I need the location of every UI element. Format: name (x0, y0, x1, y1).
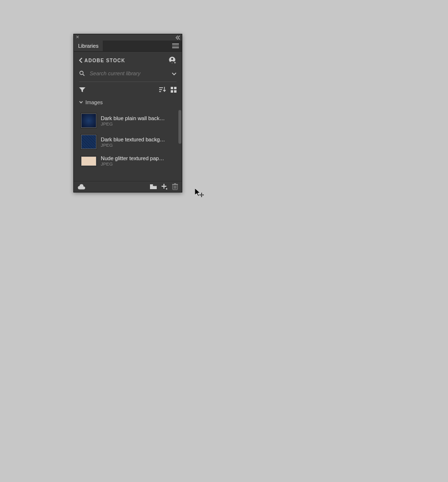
search-row (79, 69, 176, 82)
asset-text: Dark blue plain wall back… JPEG (101, 115, 165, 126)
mouse-cursor (195, 188, 204, 198)
asset-item[interactable]: Nude glitter textured pap… JPEG (74, 152, 182, 169)
trash-icon[interactable] (172, 183, 178, 190)
filter-icon[interactable] (79, 87, 85, 93)
section-header-images[interactable]: Images (74, 97, 182, 107)
asset-thumbnail (81, 156, 97, 166)
svg-rect-10 (171, 90, 173, 93)
svg-rect-11 (174, 90, 176, 93)
svg-point-1 (171, 58, 173, 60)
svg-rect-5 (159, 87, 163, 88)
svg-rect-7 (159, 91, 161, 92)
breadcrumb[interactable]: ADOBE STOCK (79, 58, 125, 63)
panel-menu-icon[interactable] (172, 43, 179, 48)
asset-text: Dark blue textured backg… JPEG (101, 137, 165, 148)
svg-point-13 (166, 188, 167, 190)
collapse-icon[interactable] (175, 35, 180, 40)
new-group-icon[interactable] (150, 184, 157, 190)
svg-rect-9 (174, 87, 176, 89)
close-icon[interactable]: ✕ (76, 35, 80, 40)
search-input[interactable] (89, 70, 168, 77)
search-icon[interactable] (79, 70, 85, 76)
chevron-down-icon (79, 101, 83, 104)
asset-format: JPEG (101, 142, 165, 148)
svg-rect-6 (159, 89, 162, 90)
sort-icon[interactable] (159, 87, 166, 93)
svg-rect-15 (172, 184, 178, 185)
scrollbar-thumb[interactable] (178, 110, 181, 144)
breadcrumb-row: ADOBE STOCK (79, 56, 176, 64)
panel-footer (74, 181, 182, 192)
asset-title: Dark blue textured backg… (101, 137, 165, 142)
breadcrumb-label: ADOBE STOCK (84, 58, 125, 63)
grid-view-icon[interactable] (171, 87, 176, 93)
cloud-sync-icon[interactable] (78, 184, 85, 190)
invite-user-icon[interactable] (169, 56, 176, 64)
asset-text: Nude glitter textured pap… JPEG (101, 155, 164, 166)
svg-rect-12 (150, 184, 153, 185)
section-header-label: Images (85, 99, 103, 105)
svg-point-3 (80, 71, 83, 75)
asset-thumbnail (81, 134, 97, 150)
asset-title: Nude glitter textured pap… (101, 155, 164, 161)
chevron-left-icon (79, 58, 82, 63)
asset-item[interactable]: Dark blue plain wall back… JPEG (74, 110, 182, 131)
tab-libraries[interactable]: Libraries (74, 41, 103, 51)
svg-line-4 (83, 74, 84, 76)
libraries-panel: ✕ Libraries ADOBE STOCK (73, 34, 182, 193)
add-content-icon[interactable] (161, 183, 168, 190)
asset-title: Dark blue plain wall back… (101, 115, 165, 121)
panel-body: ADOBE STOCK (74, 52, 182, 181)
asset-list: Dark blue plain wall back… JPEG Dark blu… (74, 110, 182, 176)
asset-thumbnail (81, 113, 97, 128)
toolbar-row (79, 82, 176, 97)
search-scope-dropdown[interactable] (172, 71, 176, 76)
asset-item[interactable]: Dark blue textured backg… JPEG (74, 131, 182, 152)
panel-tabrow: Libraries (74, 41, 182, 52)
tab-libraries-label: Libraries (78, 43, 98, 49)
panel-titlebar: ✕ (74, 34, 182, 41)
svg-rect-16 (174, 183, 176, 184)
asset-format: JPEG (101, 161, 164, 166)
svg-rect-8 (171, 87, 173, 89)
asset-format: JPEG (101, 121, 165, 126)
